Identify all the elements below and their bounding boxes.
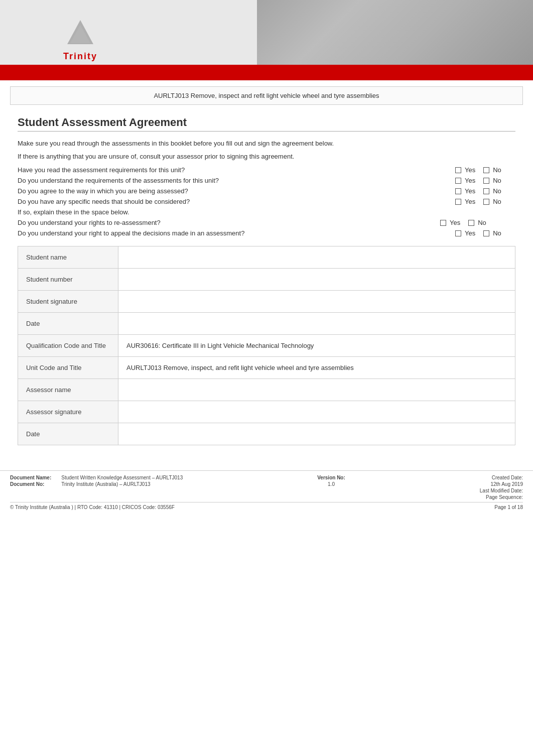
page-seq-value: Page 1 of 18 <box>494 505 523 510</box>
form-table-row: Assessor signature <box>18 401 515 423</box>
option-no-1: No <box>493 166 501 174</box>
form-row-value[interactable] <box>118 269 515 291</box>
question-text: If so, explain these in the space below. <box>18 208 515 216</box>
question-row: Have you read the assessment requirement… <box>18 166 515 174</box>
form-row-value[interactable]: AURLTJ013 Remove, inspect, and refit lig… <box>118 357 515 379</box>
form-table-row: Qualification Code and TitleAUR30616: Ce… <box>18 335 515 357</box>
question-row: If so, explain these in the space below. <box>18 208 515 216</box>
form-row-label: Assessor signature <box>18 401 118 423</box>
option-no-7: No <box>493 229 501 237</box>
checkbox-yes-4[interactable] <box>455 199 461 205</box>
question-text: Do you understand your right to appeal t… <box>18 229 455 237</box>
checkbox-yes-1[interactable] <box>455 167 461 173</box>
option-no-6: No <box>478 219 486 226</box>
doc-no-value: Trinity Institute (Australia) – AURLTJ01… <box>61 481 183 487</box>
header-image <box>257 0 533 65</box>
form-row-label: Student number <box>18 269 118 291</box>
doc-name-label: Document Name: <box>10 475 51 480</box>
question-text: Have you read the assessment requirement… <box>18 166 455 174</box>
question-options: Yes No <box>440 219 515 226</box>
checkbox-no-2[interactable] <box>483 178 489 184</box>
form-row-value[interactable] <box>118 401 515 423</box>
question-text: Do you understand the requirements of th… <box>18 177 455 184</box>
questions-area: Have you read the assessment requirement… <box>18 166 515 237</box>
form-row-label: Student name <box>18 246 118 269</box>
option-no-4: No <box>493 198 501 205</box>
question-row: Do you understand your rights to re-asse… <box>18 219 515 226</box>
form-row-label: Qualification Code and Title <box>18 335 118 357</box>
question-options: Yes No <box>455 177 515 184</box>
form-table-row: Student name <box>18 246 515 269</box>
page-seq-label: Page Sequence: <box>486 494 523 500</box>
checkbox-yes-6[interactable] <box>440 220 446 226</box>
option-no-2: No <box>493 177 501 184</box>
option-yes-6: Yes <box>450 219 460 226</box>
header-red-bar <box>0 65 533 79</box>
form-row-label: Student signature <box>18 291 118 313</box>
section-title: Student Assessment Agreement <box>18 116 515 132</box>
form-table-row: Date <box>18 313 515 335</box>
form-row-label: Date <box>18 423 118 445</box>
checkbox-no-6[interactable] <box>468 220 474 226</box>
intro-line-2: If there is anything that you are unsure… <box>18 152 515 162</box>
option-yes-7: Yes <box>465 229 475 237</box>
doc-no-label: Document No: <box>10 481 51 487</box>
doc-name-value: Student Written Knowledge Assessment – A… <box>61 475 183 480</box>
logo-text: Trinity <box>63 51 97 62</box>
form-row-label: Date <box>18 313 118 335</box>
form-row-value[interactable]: AUR30616: Certificate III in Light Vehic… <box>118 335 515 357</box>
footer-row2: © Trinity Institute (Australia ) | RTO C… <box>10 502 523 510</box>
form-row-value[interactable] <box>118 246 515 269</box>
form-row-value[interactable] <box>118 379 515 401</box>
version-value: 1.0 <box>328 481 335 487</box>
footer-doc-col: Document Name: Document No: <box>10 475 51 487</box>
created-value: 12th Aug 2019 <box>490 481 523 487</box>
form-table-row: Student signature <box>18 291 515 313</box>
form-table: Student nameStudent numberStudent signat… <box>18 246 515 445</box>
question-options: Yes No <box>455 187 515 195</box>
page-footer: Document Name: Document No: Student Writ… <box>0 470 533 512</box>
form-table-row: Student number <box>18 269 515 291</box>
footer-center: Version No: 1.0 <box>317 475 345 487</box>
created-label: Created Date: <box>492 475 523 480</box>
footer-left: Document Name: Document No: Student Writ… <box>10 475 183 487</box>
subtitle-bar: AURLTJ013 Remove, inspect and refit ligh… <box>10 86 523 105</box>
checkbox-no-3[interactable] <box>483 188 489 194</box>
question-text: Do you agree to the way in which you are… <box>18 187 455 195</box>
logo-icon <box>65 19 95 49</box>
form-row-value[interactable] <box>118 313 515 335</box>
checkbox-no-1[interactable] <box>483 167 489 173</box>
checkbox-yes-2[interactable] <box>455 178 461 184</box>
checkbox-no-4[interactable] <box>483 199 489 205</box>
question-text: Do you have any specific needs that shou… <box>18 198 455 205</box>
form-row-label: Assessor name <box>18 379 118 401</box>
form-row-value[interactable] <box>118 423 515 445</box>
intro-line-1: Make sure you read through the assessmen… <box>18 139 515 149</box>
option-yes-4: Yes <box>465 198 475 205</box>
footer-row1: Document Name: Document No: Student Writ… <box>10 475 523 500</box>
option-yes-1: Yes <box>465 166 475 174</box>
option-yes-3: Yes <box>465 187 475 195</box>
question-row: Do you understand the requirements of th… <box>18 177 515 184</box>
checkbox-yes-7[interactable] <box>455 230 461 236</box>
main-content: Student Assessment Agreement Make sure y… <box>0 111 533 455</box>
form-table-row: Date <box>18 423 515 445</box>
subtitle-text: AURLTJ013 Remove, inspect and refit ligh… <box>154 92 379 99</box>
form-row-value[interactable] <box>118 291 515 313</box>
footer-doc-values: Student Written Knowledge Assessment – A… <box>61 475 183 487</box>
question-text: Do you understand your rights to re-asse… <box>18 219 440 226</box>
question-row: Do you have any specific needs that shou… <box>18 198 515 205</box>
footer-right: Created Date: 12th Aug 2019 Last Modifie… <box>480 475 523 500</box>
checkbox-no-7[interactable] <box>483 230 489 236</box>
question-row: Do you understand your right to appeal t… <box>18 229 515 237</box>
question-options: Yes No <box>455 166 515 174</box>
form-table-row: Unit Code and TitleAURLTJ013 Remove, ins… <box>18 357 515 379</box>
question-options: Yes No <box>455 229 515 237</box>
header-banner: Trinity <box>0 0 533 80</box>
modified-label: Last Modified Date: <box>480 488 523 493</box>
option-no-3: No <box>493 187 501 195</box>
question-options: Yes No <box>455 198 515 205</box>
checkbox-yes-3[interactable] <box>455 188 461 194</box>
version-label: Version No: <box>317 475 345 480</box>
logo-area: Trinity <box>40 10 120 70</box>
